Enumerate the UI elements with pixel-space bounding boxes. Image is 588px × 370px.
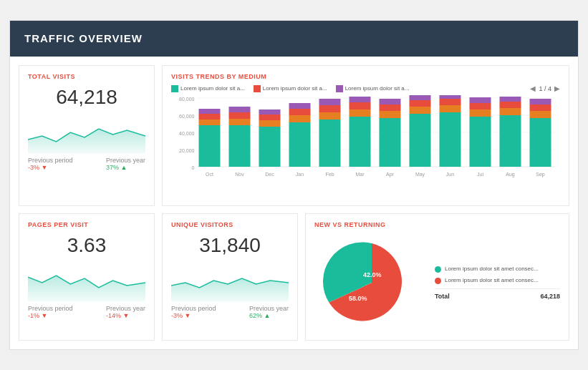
legend-dot-2 <box>254 85 261 92</box>
bar-chart-svg-container: 80,000 60,000 40,000 20,000 0 <box>171 95 560 198</box>
svg-rect-47 <box>410 100 431 107</box>
svg-rect-57 <box>470 103 491 109</box>
legend-text-1: Lorem ipsum dolor sit a... <box>180 85 245 92</box>
svg-rect-67 <box>530 104 551 111</box>
svg-text:Feb: Feb <box>325 172 334 177</box>
svg-rect-61 <box>500 108 521 115</box>
new-vs-returning-card: NEW VS RETURNING <box>305 213 569 341</box>
svg-text:0: 0 <box>192 165 195 170</box>
chart-nav: ◀ 1 / 4 ▶ <box>530 84 560 92</box>
svg-text:Nov: Nov <box>235 172 244 177</box>
legend-dot-1 <box>171 85 178 92</box>
svg-rect-48 <box>410 95 431 100</box>
svg-text:Dec: Dec <box>265 172 274 177</box>
svg-text:Jan: Jan <box>296 172 304 177</box>
chart-page: 1 / 4 <box>539 85 551 92</box>
svg-rect-65 <box>530 118 551 167</box>
total-visits-prev-row: Previous period -3% Previous year 37% <box>28 157 145 171</box>
pages-per-visit-value: 3.63 <box>28 234 145 257</box>
svg-text:Oct: Oct <box>206 172 213 177</box>
unique-visitors-card: UNIQUE VISITORS 31,840 <box>162 213 298 341</box>
total-visits-value: 64,218 <box>28 86 145 109</box>
svg-rect-53 <box>440 95 461 99</box>
total-visits-sparkline <box>28 115 145 154</box>
svg-rect-51 <box>440 105 461 112</box>
pie-legend-dot-1 <box>435 266 441 273</box>
tv-prev-year: Previous year 37% <box>106 157 145 171</box>
dashboard-title: TRAFFIC OVERVIEW <box>24 32 143 44</box>
svg-text:58.0%: 58.0% <box>349 295 367 302</box>
pie-legend-area: Lorem ipsum dolor sit amet consec... Lor… <box>435 258 560 307</box>
svg-rect-45 <box>410 114 431 167</box>
top-row: TOTAL VISITS 64,218 <box>19 65 569 206</box>
uv-prev-year: Previous year 62% <box>249 305 289 319</box>
unique-visitors-value: 31,840 <box>171 234 289 257</box>
new-vs-returning-content: 42.0% 58.0% Lorem ipsum dolor sit amet c… <box>314 233 560 333</box>
svg-text:Jul: Jul <box>477 172 483 177</box>
dashboard-content: TOTAL VISITS 64,218 <box>10 57 578 349</box>
pie-chart-area: 42.0% 58.0% <box>314 233 429 333</box>
svg-rect-63 <box>500 97 521 102</box>
svg-rect-12 <box>199 114 221 120</box>
pie-legend-dot-2 <box>435 278 441 284</box>
pie-legend-text-2: Lorem ipsum dolor sit amet consec... <box>445 277 539 283</box>
legend-dot-3 <box>336 85 343 92</box>
uv-prev-year-value: 62% <box>249 312 270 319</box>
svg-rect-28 <box>289 103 311 109</box>
svg-rect-17 <box>229 112 251 119</box>
svg-rect-52 <box>440 99 461 105</box>
svg-rect-41 <box>380 111 401 118</box>
svg-rect-37 <box>350 102 371 109</box>
unique-visitors-label: UNIQUE VISITORS <box>171 221 289 228</box>
pie-total-row: Total 64,218 <box>435 288 560 300</box>
svg-rect-21 <box>259 120 281 127</box>
legend-item-3: Lorem ipsum dolor sit a... <box>336 85 410 92</box>
svg-rect-33 <box>319 99 341 105</box>
pages-per-visit-sparkline <box>28 263 145 302</box>
svg-rect-36 <box>350 109 371 117</box>
svg-rect-20 <box>259 127 281 167</box>
total-visits-label: TOTAL VISITS <box>28 73 145 80</box>
svg-rect-56 <box>470 109 491 117</box>
svg-text:Jun: Jun <box>446 172 454 177</box>
tv-prev-period-value: -3% <box>28 164 47 171</box>
svg-rect-50 <box>440 112 461 167</box>
svg-text:Aug: Aug <box>506 172 515 177</box>
unique-visitors-prev-row: Previous period -3% Previous year 62% <box>171 305 289 319</box>
svg-rect-11 <box>199 120 221 125</box>
chart-next-btn[interactable]: ▶ <box>554 84 560 92</box>
svg-rect-13 <box>199 109 221 114</box>
ppv-prev-year-value: -14% <box>106 312 129 319</box>
uv-prev-period-value: -3% <box>171 312 191 319</box>
visits-trends-label: VISITS TRENDS BY MEDIUM <box>171 73 560 80</box>
svg-text:80,000: 80,000 <box>179 97 195 102</box>
legend-item-2: Lorem ipsum dolor sit a... <box>254 85 327 92</box>
tv-prev-period: Previous period -3% <box>28 157 73 171</box>
visits-trends-card: VISITS TRENDS BY MEDIUM Lorem ipsum dolo… <box>162 65 569 206</box>
new-vs-returning-label: NEW VS RETURNING <box>314 221 560 228</box>
pie-total-value: 64,218 <box>540 293 560 300</box>
ppv-prev-period-value: -1% <box>28 312 47 319</box>
svg-rect-42 <box>380 104 401 111</box>
svg-rect-10 <box>199 125 221 167</box>
visits-trends-legend: Lorem ipsum dolor sit a... Lorem ipsum d… <box>171 84 560 92</box>
pages-per-visit-label: PAGES PER VISIT <box>28 221 145 228</box>
pie-legend-text-1: Lorem ipsum dolor sit amet consec... <box>445 266 539 272</box>
svg-rect-16 <box>229 119 251 125</box>
total-visits-card: TOTAL VISITS 64,218 <box>19 65 155 206</box>
svg-rect-32 <box>319 105 341 112</box>
chart-prev-btn[interactable]: ◀ <box>530 84 536 92</box>
svg-text:May: May <box>415 172 425 177</box>
dashboard-header: TRAFFIC OVERVIEW <box>10 21 578 57</box>
svg-rect-22 <box>259 115 281 120</box>
uv-prev-period: Previous period -3% <box>171 305 216 319</box>
svg-rect-23 <box>259 109 281 115</box>
ppv-prev-period: Previous period -1% <box>28 305 73 319</box>
svg-text:42.0%: 42.0% <box>363 271 382 278</box>
svg-rect-38 <box>350 97 371 102</box>
dashboard: TRAFFIC OVERVIEW TOTAL VISITS 64,218 <box>9 20 579 350</box>
svg-rect-15 <box>229 125 251 167</box>
svg-text:Apr: Apr <box>386 172 395 177</box>
svg-rect-27 <box>289 109 311 115</box>
svg-rect-18 <box>229 107 251 112</box>
